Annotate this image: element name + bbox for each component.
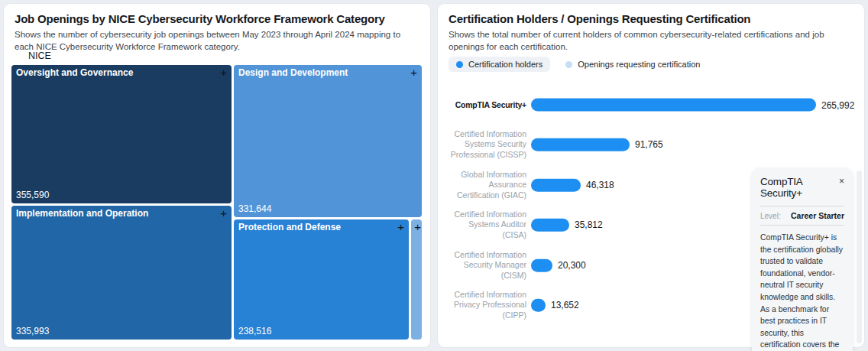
tile-value: 335,993 <box>16 326 49 336</box>
legend-label: Openings requesting certification <box>578 60 700 69</box>
breadcrumb[interactable]: NICE <box>28 50 51 61</box>
tooltip-body: CompTIA Security+ is the certification g… <box>760 232 844 351</box>
bar-cisa[interactable] <box>531 219 569 232</box>
level-value: Career Starter <box>791 211 844 220</box>
scrollbar[interactable] <box>857 171 862 343</box>
panel-subtitle: Shows the number of cybersecurity job op… <box>15 29 418 53</box>
close-icon[interactable]: × <box>839 176 844 188</box>
treemap: Oversight and Governance + 355,590 Desig… <box>11 65 422 340</box>
treemap-tile-design-and-development[interactable]: Design and Development + 331,644 <box>234 65 422 217</box>
bar-cipp[interactable] <box>531 299 546 312</box>
bar-value: 46,318 <box>586 180 614 190</box>
level-label: Level: <box>760 212 781 220</box>
legend-item-openings-requesting[interactable]: Openings requesting certification <box>565 60 700 69</box>
treemap-tile-implementation-and-operation[interactable]: Implementation and Operation + 335,993 <box>11 206 232 340</box>
tile-label: Oversight and Governance <box>16 67 216 78</box>
tile-label: Design and Development <box>238 67 406 78</box>
legend: Certification holders Openings requestin… <box>449 57 700 72</box>
legend-item-certification-holders[interactable]: Certification holders <box>449 57 550 72</box>
legend-label: Certification holders <box>468 60 542 69</box>
bar-category-label: CompTIA Security+ <box>449 99 526 109</box>
plus-icon[interactable]: + <box>220 66 227 80</box>
plus-icon[interactable]: + <box>414 220 421 234</box>
bar-value: 35,812 <box>575 219 603 230</box>
certifications-panel: Certification Holders / Openings Request… <box>437 3 865 348</box>
plus-icon[interactable]: + <box>410 66 417 80</box>
legend-dot-icon <box>565 61 572 68</box>
page-title: Certification Holders / Openings Request… <box>449 12 853 25</box>
legend-dot-icon <box>456 61 463 68</box>
bar-category-label: Certified Information Privacy Profession… <box>449 290 526 320</box>
bar-value: 265,992 <box>821 99 854 110</box>
tile-label: Implementation and Operation <box>16 208 216 219</box>
bar-category-label: Global Information Assurance Certificati… <box>449 170 526 200</box>
tile-value: 355,590 <box>16 190 49 200</box>
bar-category-label: Certified Information Security Manager (… <box>449 250 526 281</box>
treemap-panel: Job Openings by NICE Cybersecurity Workf… <box>3 3 431 348</box>
bar-row: CompTIA Security+ 265,992 <box>449 99 857 112</box>
bar-value: 13,652 <box>551 300 579 310</box>
plus-icon[interactable]: + <box>397 220 404 234</box>
treemap-tile-oversight-and-governance[interactable]: Oversight and Governance + 355,590 <box>11 65 232 203</box>
tile-value: 238,516 <box>238 326 271 336</box>
bar-giac[interactable] <box>531 179 581 192</box>
tooltip-title: CompTIA Security+ <box>760 176 839 199</box>
tile-value: 331,644 <box>238 203 271 214</box>
treemap-tile-protection-and-defense[interactable]: Protection and Defense + 238,516 <box>234 219 409 340</box>
tooltip-level-row: Level: Career Starter <box>760 206 844 226</box>
bar-cism[interactable] <box>531 259 552 272</box>
panel-subtitle: Shows the total number of current holder… <box>449 29 852 53</box>
bar-value: 91,765 <box>635 139 663 150</box>
page-title: Job Openings by NICE Cybersecurity Workf… <box>15 12 419 25</box>
bar-value: 20,300 <box>558 260 586 271</box>
bar-category-label: Certified Information Systems Security P… <box>449 129 526 160</box>
bar-row: Certified Information Systems Security P… <box>449 129 857 160</box>
bar-cissp[interactable] <box>531 138 630 151</box>
bar-comptia-security-plus[interactable] <box>531 99 816 112</box>
bar-category-label: Certified Information Systems Auditor (C… <box>449 210 526 240</box>
tile-label: Protection and Defense <box>238 222 394 232</box>
plus-icon[interactable]: + <box>220 206 227 220</box>
treemap-tile-small[interactable]: + <box>411 219 422 340</box>
certification-tooltip: CompTIA Security+ × Level: Career Starte… <box>752 168 853 351</box>
